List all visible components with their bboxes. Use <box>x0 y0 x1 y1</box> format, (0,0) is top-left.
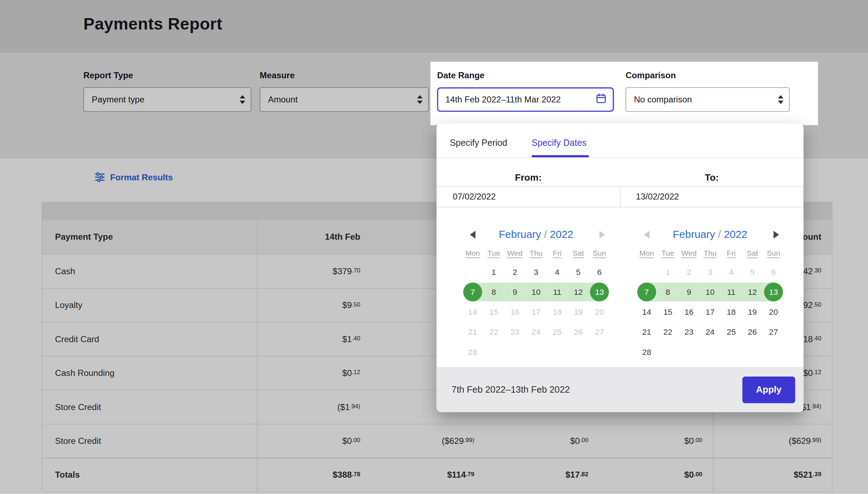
tab-specify-period[interactable]: Specify Period <box>450 138 507 148</box>
calendar-icon <box>596 93 607 106</box>
calendar-day[interactable]: 6 <box>589 262 610 282</box>
popup-footer: 7th Feb 2022–13th Feb 2022 Apply <box>437 367 804 412</box>
calendar-day[interactable]: 16 <box>678 302 699 322</box>
calendar-day: 24 <box>526 322 547 342</box>
day-grid: 1234567891011121314151617181920212223242… <box>636 262 784 362</box>
calendar-day[interactable]: 24 <box>699 322 720 342</box>
apply-button[interactable]: Apply <box>742 376 795 403</box>
day-grid: 1234567891011121314151617181920212223242… <box>462 262 610 362</box>
weekday-row: MonTueWedThuFriSatSun <box>636 249 784 257</box>
calendar-day[interactable]: 15 <box>657 302 678 322</box>
weekday-label: Sun <box>589 249 610 257</box>
comparison-label: Comparison <box>625 71 789 81</box>
calendar-day[interactable]: 19 <box>742 302 763 322</box>
date-range-value: 14th Feb 2022–11th Mar 2022 <box>446 95 561 105</box>
payments-report-page: Payments Report Report Type Payment type… <box>0 0 868 494</box>
tab-specify-dates[interactable]: Specify Dates <box>532 138 586 148</box>
calendar-header: February / 2022 <box>636 226 784 244</box>
month-year-label: February / 2022 <box>673 229 747 241</box>
month-year-separator: / <box>715 229 724 240</box>
calendar-day[interactable]: 21 <box>636 322 657 342</box>
year-link[interactable]: 2022 <box>724 229 747 240</box>
calendar-day[interactable]: 2 <box>504 262 525 282</box>
month-link[interactable]: February <box>499 229 541 240</box>
range-summary: 7th Feb 2022–13th Feb 2022 <box>452 384 570 395</box>
calendar-day: 6 <box>763 262 784 282</box>
calendar-day[interactable]: 10 <box>699 282 720 302</box>
calendar-day[interactable]: 4 <box>547 262 568 282</box>
calendar-day[interactable]: 7 <box>636 282 657 302</box>
from-input[interactable]: 07/02/2022 <box>437 186 621 207</box>
weekday-label: Wed <box>678 249 699 257</box>
to-value: 13/02/2022 <box>636 192 679 202</box>
calendar-day: 21 <box>462 322 483 342</box>
calendar-day[interactable]: 12 <box>742 282 763 302</box>
calendar-day[interactable]: 22 <box>657 322 678 342</box>
weekday-row: MonTueWedThuFriSatSun <box>462 249 610 257</box>
comparison-value: No comparison <box>634 95 692 105</box>
calendar-day: 27 <box>589 322 610 342</box>
year-link[interactable]: 2022 <box>550 229 573 240</box>
calendar-day[interactable]: 27 <box>763 322 784 342</box>
calendar-day[interactable]: 28 <box>636 342 657 362</box>
calendar-day[interactable]: 13 <box>589 282 610 302</box>
calendar-day: 1 <box>657 262 678 282</box>
calendar-day[interactable]: 26 <box>742 322 763 342</box>
calendar-day: 2 <box>678 262 699 282</box>
month-year-separator: / <box>541 229 550 240</box>
calendar-next-icon[interactable] <box>773 231 779 239</box>
calendar-day: 23 <box>504 322 525 342</box>
weekday-label: Thu <box>699 249 720 257</box>
date-range-field: Date Range 14th Feb 2022–11th Mar 2022 <box>437 71 614 112</box>
calendar-day: 4 <box>721 262 742 282</box>
calendar-day[interactable]: 7 <box>462 282 483 302</box>
date-range-input[interactable]: 14th Feb 2022–11th Mar 2022 <box>437 87 614 112</box>
calendar-day[interactable]: 14 <box>636 302 657 322</box>
from-value: 07/02/2022 <box>453 192 496 202</box>
calendar-day[interactable]: 8 <box>483 282 504 302</box>
calendar-day[interactable]: 20 <box>763 302 784 322</box>
stepper-icon <box>778 95 784 104</box>
month-year-label: February / 2022 <box>499 229 574 241</box>
calendar-day[interactable]: 1 <box>483 262 504 282</box>
tabs-divider <box>437 158 804 158</box>
calendar-day[interactable]: 12 <box>568 282 589 302</box>
to-input[interactable]: 13/02/2022 <box>620 186 803 207</box>
calendar-day: 3 <box>699 262 720 282</box>
weekday-label: Thu <box>526 249 547 257</box>
date-range-label: Date Range <box>437 71 614 81</box>
calendar-day[interactable]: 5 <box>568 262 589 282</box>
calendar-prev-icon[interactable] <box>470 231 475 239</box>
calendar-day[interactable]: 9 <box>504 282 525 302</box>
from-label: From: <box>437 172 620 184</box>
calendar-day: 14 <box>462 302 483 322</box>
calendar-day[interactable]: 25 <box>721 322 742 342</box>
calendar-day[interactable]: 23 <box>678 322 699 342</box>
weekday-label: Sat <box>568 249 589 257</box>
from-to-labels: From: To: <box>437 172 804 184</box>
weekday-label: Tue <box>483 249 504 257</box>
month-link[interactable]: February <box>673 229 715 240</box>
calendar-next-icon <box>600 231 605 239</box>
weekday-label: Mon <box>636 249 657 257</box>
calendar-day[interactable]: 17 <box>699 302 720 322</box>
calendar-day[interactable]: 18 <box>721 302 742 322</box>
calendar-right: February / 2022 MonTueWedThuFriSatSun 12… <box>636 226 784 362</box>
calendar-day[interactable]: 8 <box>657 282 678 302</box>
calendar-day[interactable]: 9 <box>678 282 699 302</box>
calendar-day[interactable]: 11 <box>547 282 568 302</box>
weekday-label: Fri <box>721 249 742 257</box>
calendar-day: 15 <box>483 302 504 322</box>
comparison-select[interactable]: No comparison <box>625 87 789 112</box>
calendar-header: February / 2022 <box>462 226 610 244</box>
calendar-day[interactable]: 13 <box>763 282 784 302</box>
calendar-prev-icon <box>644 231 650 239</box>
weekday-label: Fri <box>547 249 568 257</box>
calendar-day[interactable]: 10 <box>526 282 547 302</box>
calendar-day: 17 <box>526 302 547 322</box>
calendar-day[interactable]: 11 <box>721 282 742 302</box>
calendar-day[interactable]: 3 <box>526 262 547 282</box>
weekday-label: Tue <box>657 249 678 257</box>
date-picker-popup: Specify Period Specify Dates From: To: 0… <box>437 123 804 412</box>
calendar-day: 28 <box>462 342 483 362</box>
